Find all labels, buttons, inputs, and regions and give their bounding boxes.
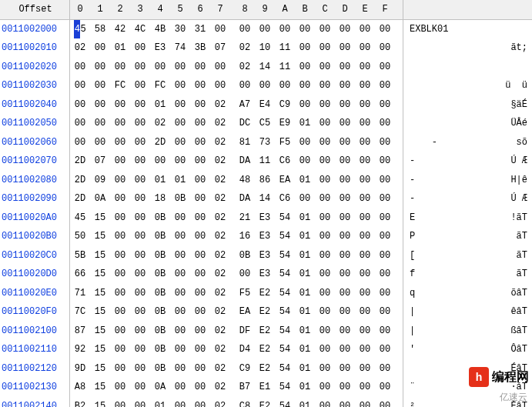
hex-cell[interactable]: 00 xyxy=(355,378,375,397)
hex-cell[interactable]: 00 xyxy=(295,152,315,171)
table-row[interactable]: 0011002140B215000001000002C8E25401000000… xyxy=(0,397,532,408)
hex-cell[interactable]: 02 xyxy=(210,114,230,133)
hex-cell[interactable]: 00 xyxy=(375,284,395,303)
hex-cell[interactable]: EA xyxy=(235,302,255,322)
hex-cell[interactable]: C6 xyxy=(275,152,295,171)
ascii-right[interactable]: Ú Æ xyxy=(484,189,532,209)
hex-cell[interactable]: 00 xyxy=(110,95,130,115)
hex-cell[interactable]: 54 xyxy=(275,359,295,379)
hex-cell[interactable]: 0B xyxy=(235,246,255,265)
hex-cell[interactable]: E4 xyxy=(255,95,275,115)
hex-cell[interactable]: 00 xyxy=(130,133,150,152)
hex-cell[interactable]: 0A xyxy=(150,378,170,397)
hex-cell[interactable]: 00 xyxy=(375,95,395,115)
hex-cell[interactable]: 73 xyxy=(255,133,275,152)
ascii-left[interactable]: E xyxy=(403,209,484,228)
hex-cell[interactable]: 54 xyxy=(275,284,295,303)
hex-cell[interactable]: 00 xyxy=(335,171,355,190)
hex-cell[interactable]: 00 xyxy=(190,114,210,133)
ascii-left[interactable]: ² xyxy=(403,397,484,408)
hex-cell[interactable]: 00 xyxy=(315,114,335,133)
hex-cell[interactable]: 00 xyxy=(335,95,355,115)
table-row[interactable]: 00110020B0501500000B00000216E35401000000… xyxy=(0,227,532,246)
ascii-left[interactable]: P xyxy=(403,227,484,246)
hex-cell[interactable]: 00 xyxy=(315,322,335,341)
hex-cell[interactable]: 00 xyxy=(315,227,335,246)
hex-cell[interactable]: 0B xyxy=(150,302,170,322)
hex-cell[interactable]: 4C xyxy=(130,19,150,38)
table-row[interactable]: 00110020004558424C4B30310000000000000000… xyxy=(0,19,532,38)
hex-cell[interactable]: 01 xyxy=(295,359,315,379)
ascii-right[interactable]: §äÉ xyxy=(484,95,532,115)
hex-cell[interactable]: 54 xyxy=(275,378,295,397)
ascii-right[interactable]: ãT xyxy=(484,246,532,265)
hex-cell[interactable]: 00 xyxy=(170,359,190,379)
table-row[interactable]: 0011002110921500000B000002D4E25401000000… xyxy=(0,340,532,359)
hex-cell[interactable]: 0B xyxy=(150,359,170,379)
hex-cell[interactable]: 00 xyxy=(110,114,130,133)
hex-cell[interactable]: 00 xyxy=(375,246,395,265)
hex-cell[interactable]: 00 xyxy=(110,340,130,359)
hex-cell[interactable]: 00 xyxy=(90,133,110,152)
hex-cell[interactable]: 00 xyxy=(315,152,335,171)
hex-cell[interactable]: 01 xyxy=(295,378,315,397)
ascii-right[interactable]: ãT xyxy=(484,227,532,246)
hex-cell[interactable]: 00 xyxy=(335,38,355,58)
hex-cell[interactable]: 00 xyxy=(110,189,130,209)
hex-cell[interactable]: 00 xyxy=(335,322,355,341)
hex-cell[interactable]: 00 xyxy=(190,209,210,228)
hex-cell[interactable]: 00 xyxy=(130,152,150,171)
hex-cell[interactable]: 3B xyxy=(190,38,210,58)
hex-cell[interactable]: 00 xyxy=(130,359,150,379)
hex-cell[interactable]: 07 xyxy=(90,152,110,171)
ascii-right[interactable]: õâT xyxy=(484,284,532,303)
hex-cell[interactable]: 02 xyxy=(210,171,230,190)
hex-cell[interactable]: 00 xyxy=(355,322,375,341)
hex-cell[interactable]: 00 xyxy=(130,209,150,228)
hex-cell[interactable]: 00 xyxy=(190,171,210,190)
hex-cell[interactable]: 09 xyxy=(90,171,110,190)
ascii-right[interactable]: sõ xyxy=(484,133,532,152)
hex-cell[interactable]: 00 xyxy=(355,95,375,115)
ascii-right[interactable]: ÔâT xyxy=(484,340,532,359)
hex-cell[interactable]: 00 xyxy=(335,76,355,95)
hex-cell[interactable]: 00 xyxy=(355,302,375,322)
ascii-right[interactable]: êâT xyxy=(484,302,532,322)
hex-cell[interactable]: 00 xyxy=(255,19,275,38)
hex-cell[interactable]: 00 xyxy=(375,152,395,171)
hex-cell[interactable]: 45 xyxy=(70,19,91,38)
hex-cell[interactable]: 00 xyxy=(375,171,395,190)
hex-cell[interactable]: C9 xyxy=(275,95,295,115)
hex-cell[interactable]: 00 xyxy=(110,152,130,171)
hex-cell[interactable]: 54 xyxy=(275,227,295,246)
hex-cell[interactable]: 00 xyxy=(90,38,110,58)
hex-cell[interactable]: F5 xyxy=(235,284,255,303)
hex-cell[interactable]: 0B xyxy=(170,189,190,209)
hex-cell[interactable]: 00 xyxy=(355,397,375,408)
ascii-left[interactable] xyxy=(403,76,484,95)
hex-cell[interactable]: 00 xyxy=(375,209,395,228)
hex-cell[interactable]: 00 xyxy=(335,340,355,359)
hex-cell[interactable]: 14 xyxy=(255,58,275,77)
hex-cell[interactable]: 00 xyxy=(170,95,190,115)
hex-cell[interactable]: 00 xyxy=(355,38,375,58)
hex-cell[interactable]: 0B xyxy=(150,340,170,359)
hex-cell[interactable]: 54 xyxy=(275,397,295,408)
hex-cell[interactable]: 2D xyxy=(150,133,170,152)
ascii-right[interactable]: ãT xyxy=(484,265,532,284)
hex-cell[interactable]: 01 xyxy=(295,246,315,265)
hex-cell[interactable]: 00 xyxy=(130,189,150,209)
hex-cell[interactable]: 00 xyxy=(190,95,210,115)
hex-cell[interactable]: 00 xyxy=(335,265,355,284)
hex-cell[interactable]: E2 xyxy=(255,302,275,322)
hex-cell[interactable]: 54 xyxy=(275,209,295,228)
hex-cell[interactable]: 01 xyxy=(295,209,315,228)
ascii-right[interactable]: ü ü xyxy=(484,76,532,95)
hex-cell[interactable]: B7 xyxy=(235,378,255,397)
hex-cell[interactable]: 00 xyxy=(170,114,190,133)
table-row[interactable]: 00110020300000FC00FC00000000000000000000… xyxy=(0,76,532,95)
hex-cell[interactable]: 15 xyxy=(90,265,110,284)
hex-cell[interactable]: 00 xyxy=(315,265,335,284)
hex-cell[interactable]: 00 xyxy=(110,322,130,341)
hex-cell[interactable]: 00 xyxy=(355,209,375,228)
